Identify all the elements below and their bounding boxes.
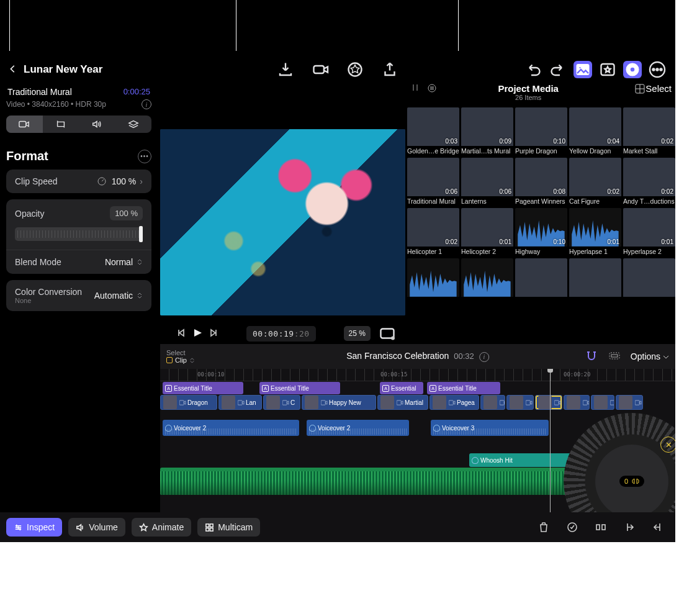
video-track[interactable]: DragonLanCHappy NewMartialPagea [160,395,675,410]
viewer-canvas[interactable] [160,129,405,315]
jog-wheel[interactable]: 0 ✕ [564,413,675,512]
jog-toggle-icon[interactable] [623,61,642,78]
camera-icon[interactable] [311,61,330,78]
browser-layout-icon[interactable] [634,83,645,96]
video-clip[interactable]: Martial [377,395,428,410]
prev-frame-button[interactable] [176,328,185,339]
volume-tab[interactable]: Volume [68,518,125,537]
media-thumb[interactable]: 0:06Lanterns [461,158,513,206]
media-thumb[interactable]: 0:08Pageant Winners [515,158,567,206]
media-thumb[interactable]: 0:10Highway [515,208,567,256]
viewer-display-options-icon[interactable] [378,325,397,342]
browser-select-button[interactable]: Select [645,83,672,94]
tab-video-icon[interactable] [6,116,43,133]
info-icon[interactable]: i [142,99,151,109]
browser-sidebar-icon[interactable] [411,83,420,95]
video-clip[interactable] [480,395,505,410]
timeline-select-mode[interactable]: Clip [166,356,195,364]
callout-line [236,0,236,51]
voiceover-clip[interactable]: Voiceover 2 [307,420,409,436]
format-more-icon[interactable]: ••• [138,150,151,163]
media-thumb[interactable]: 0:01Helicopter 2 [461,208,513,256]
more-icon[interactable] [648,61,667,78]
magnetic-icon[interactable] [585,350,598,363]
inspect-tab[interactable]: Inspect [6,518,62,537]
video-clip[interactable]: Happy New [302,395,376,410]
animate-tab[interactable]: Animate [132,518,191,537]
media-thumb[interactable]: 0:10Purple Dragon [515,107,567,156]
multicam-tab[interactable]: Multicam [197,518,260,537]
browser-toggle-icon[interactable] [573,61,592,78]
video-clip[interactable]: Dragon [160,395,217,410]
browser-list-icon[interactable] [427,83,437,95]
timeline-options-button[interactable]: Options [631,351,669,361]
next-frame-button[interactable] [210,328,218,339]
timeline[interactable]: 00:00:1000:00:1500:00:20 AEssential Titl… [160,369,675,512]
media-thumb[interactable]: 0:01Hyperlapse 2 [623,208,675,256]
media-thumb[interactable]: 0:02Market Stall [623,107,675,156]
trim-end-icon[interactable] [647,521,669,533]
media-thumb[interactable]: 0:01Hyperlapse 1 [569,208,621,256]
video-clip[interactable] [591,395,614,410]
media-thumb[interactable]: 0:02Helicopter 1 [407,208,459,256]
media-thumb[interactable]: 0:09Martial…ts Mural [461,107,513,156]
split-icon[interactable] [590,521,612,533]
svg-rect-30 [635,400,639,404]
redo-icon[interactable] [549,61,567,78]
media-thumb[interactable]: 0:02Cat Figure [569,158,621,206]
timecode-display[interactable]: 00:00:19:20 [246,326,316,342]
title-clip[interactable]: AEssential Title [259,382,340,394]
enable-icon[interactable] [561,521,583,533]
import-icon[interactable] [276,61,295,78]
voiceover-clip[interactable]: Voiceover 2 [163,420,299,436]
opacity-value[interactable]: 100 % [110,206,143,220]
media-thumb[interactable]: 0:04Yellow Dragon [569,107,621,156]
blend-mode-row[interactable]: Blend Mode Normal [6,250,151,274]
slider-thumb[interactable] [139,226,143,242]
title-clip[interactable]: AEssential [380,382,423,394]
tab-crop-icon[interactable] [43,116,79,133]
jog-close-button[interactable]: ✕ [660,437,675,453]
play-button[interactable] [192,328,202,340]
viewer-zoom[interactable]: 25 % [344,326,371,341]
snapping-icon[interactable] [608,350,621,363]
video-clip[interactable] [506,395,534,410]
video-clip[interactable]: C [263,395,300,410]
delete-icon[interactable] [533,521,555,533]
video-clip[interactable] [535,395,562,410]
effects-icon[interactable] [346,61,364,78]
timeline-ruler[interactable]: 00:00:1000:00:1500:00:20 [160,369,675,381]
info-icon[interactable]: i [479,352,489,362]
media-thumb[interactable] [623,258,675,307]
undo-icon[interactable] [524,61,542,78]
media-thumb[interactable]: 0:06Traditional Mural [407,158,459,206]
color-conversion-row[interactable]: Color Conversion None Automatic [6,280,151,311]
share-icon[interactable] [380,61,399,78]
media-thumb[interactable] [407,258,459,307]
media-thumb[interactable] [569,258,621,307]
svg-rect-29 [610,400,614,404]
media-thumb[interactable]: 0:03Golden…e Bridge [407,107,459,156]
title-clip[interactable]: AEssential Title [427,382,500,394]
tab-audio-icon[interactable] [79,116,115,133]
video-clip[interactable]: Lan [218,395,262,410]
voiceover-clip[interactable]: Voiceover 3 [431,420,549,436]
media-thumb[interactable] [515,258,567,307]
video-clip[interactable]: Pagea [429,395,479,410]
video-clip[interactable] [616,395,643,410]
video-clip[interactable] [564,395,590,410]
clip-speed-row[interactable]: Clip Speed 100 % › [6,170,151,193]
playhead[interactable] [550,369,551,512]
title-track[interactable]: AEssential TitleAEssential TitleAEssenti… [160,382,675,394]
favorites-icon[interactable] [598,61,617,78]
back-button[interactable] [9,65,17,75]
opacity-slider[interactable] [15,227,143,241]
trim-start-icon[interactable] [618,521,641,533]
svg-point-8 [653,69,655,71]
tab-layers-icon[interactable] [115,116,152,133]
svg-rect-0 [314,66,325,73]
format-heading: Format [6,149,48,163]
media-thumb[interactable] [461,258,513,307]
title-clip[interactable]: AEssential Title [163,382,243,394]
media-thumb[interactable]: 0:02Andy T…ductions [623,158,675,206]
